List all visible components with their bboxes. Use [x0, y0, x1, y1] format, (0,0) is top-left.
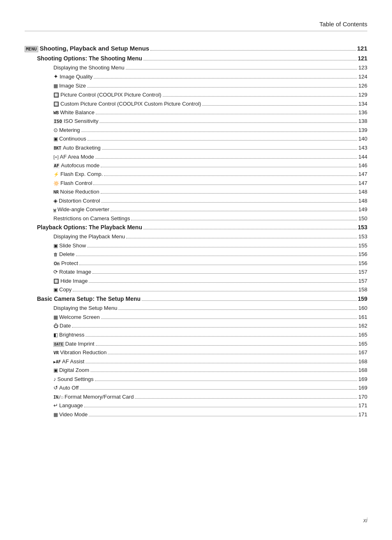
- toc-label: [+]AF Area Mode: [53, 152, 94, 161]
- toc-page: 167: [358, 348, 367, 357]
- toc-label: ▦Welcome Screen: [53, 313, 100, 322]
- toc-page: 156: [358, 259, 367, 268]
- toc-label: Restrictions on Camera Settings: [53, 214, 130, 223]
- toc-dots: [131, 220, 357, 220]
- toc-dots: [80, 389, 357, 390]
- toc-label: ▦Video Mode: [53, 410, 88, 419]
- toc-dots: [202, 105, 357, 106]
- toc-item: VRVibration Reduction 167: [25, 348, 367, 357]
- toc-item: Displaying the Playback Menu 153: [25, 232, 367, 241]
- toc-page: 144: [358, 152, 367, 161]
- page-number: xi: [363, 517, 367, 524]
- toc-item: ISOISO Sensitivity 138: [25, 117, 367, 125]
- toc-item: ⊙Metering 139: [25, 126, 367, 134]
- toc-dots: [96, 345, 357, 346]
- toc-item: wWide-angle Converter 149: [25, 205, 367, 214]
- toc-dots: [92, 273, 357, 274]
- toc-item: ↵Language 171: [25, 401, 367, 410]
- toc-label: OnProtect: [53, 259, 78, 268]
- toc-page: 147: [358, 170, 367, 178]
- toc-label: Displaying the Shooting Menu: [53, 63, 125, 72]
- toc-label: ⏻Date: [53, 321, 71, 330]
- toc-page: 155: [358, 241, 367, 250]
- toc-label: IN/☐Format Memory/Format Card: [53, 392, 134, 401]
- toc-label: ⊙Metering: [53, 126, 80, 134]
- toc-dots: [150, 50, 356, 51]
- toc-label: WBWhite Balance: [53, 108, 95, 117]
- toc-page: 143: [358, 143, 367, 152]
- toc-dots: [101, 318, 357, 319]
- toc-dots: [94, 78, 357, 78]
- toc-dots: [85, 363, 357, 363]
- toc-label: VRVibration Reduction: [53, 348, 106, 357]
- toc-page: 148: [358, 187, 367, 196]
- toc-label: BKTAuto Bracketing: [53, 143, 101, 152]
- toc-item: Restrictions on Camera Settings 150: [25, 214, 367, 223]
- toc-dots: [111, 211, 357, 211]
- toc-dots: [84, 407, 357, 407]
- toc-dots: [104, 175, 357, 176]
- toc-page: 124: [358, 72, 367, 81]
- toc-label: ▦Image Size: [53, 81, 86, 90]
- toc-label: 🔆Flash Control: [53, 179, 92, 187]
- toc-item: Displaying the Setup Menu 160: [25, 304, 367, 312]
- toc-page: 170: [358, 392, 367, 401]
- toc-label: ⚡Flash Exp. Comp.: [53, 170, 103, 178]
- toc-page: 123: [358, 63, 367, 72]
- toc-item: 🔲Custom Picture Control (COOLPIX Custom …: [25, 99, 367, 108]
- toc-dots: [96, 114, 357, 114]
- toc-dots: [95, 381, 357, 381]
- toc-dots: [101, 202, 357, 203]
- toc-dots: [72, 327, 357, 328]
- page-footer: xi: [363, 517, 367, 524]
- toc-item: 🔲Picture Control (COOLPIX Picture Contro…: [25, 90, 367, 99]
- toc-page: 157: [358, 277, 367, 285]
- toc-label: 🔲Picture Control (COOLPIX Picture Contro…: [53, 90, 161, 99]
- toc-label: wWide-angle Converter: [53, 205, 109, 214]
- toc-item: ▣Slide Show 155: [25, 241, 367, 250]
- toc-item: ↺Auto Off 169: [25, 383, 367, 392]
- toc-label: ISOISO Sensitivity: [53, 117, 98, 125]
- toc-page: 168: [358, 366, 367, 374]
- toc-item: [+]AF Area Mode 144: [25, 152, 367, 161]
- toc-dots: [88, 140, 357, 141]
- toc-dots: [99, 122, 357, 123]
- toc-label: Playback Options: The Playback Menu: [37, 223, 142, 232]
- toc-item: Shooting Options: The Shooting Menu 121: [25, 54, 367, 63]
- toc-label: ♪Sound Settings: [53, 375, 94, 383]
- toc-page: 168: [358, 357, 367, 366]
- toc-dots: [101, 167, 357, 167]
- toc-page: 129: [358, 90, 367, 99]
- toc-item: ▦Video Mode 171: [25, 410, 367, 419]
- toc-item: OnProtect 156: [25, 259, 367, 268]
- toc-item: ⏻Date 162: [25, 321, 367, 330]
- toc-dots: [101, 193, 357, 194]
- toc-page: 149: [358, 205, 367, 214]
- toc-label: Basic Camera Setup: The Setup Menu: [37, 294, 141, 304]
- header-title: Table of Contents: [319, 21, 367, 28]
- toc-dots: [76, 256, 357, 256]
- toc-label: Shooting Options: The Shooting Menu: [37, 54, 142, 63]
- toc-page: 162: [358, 321, 367, 330]
- toc-dots: [90, 372, 357, 372]
- toc-item: Displaying the Shooting Menu 123: [25, 63, 367, 72]
- toc-dots: [143, 229, 357, 229]
- toc-label: ▣Slide Show: [53, 241, 86, 250]
- toc-item: ▣Digital Zoom 168: [25, 366, 367, 375]
- page-header: Table of Contents: [25, 21, 367, 31]
- page: Table of Contents MENUShooting, Playback…: [0, 0, 392, 540]
- toc-page: 134: [358, 99, 367, 108]
- toc-item: DATEDate Imprint 165: [25, 339, 367, 348]
- toc-label: ▶AFAF Assist: [53, 357, 84, 366]
- toc-page: 161: [358, 313, 367, 321]
- toc-label: Displaying the Playback Menu: [53, 232, 125, 241]
- toc-dots: [126, 69, 357, 69]
- toc-item: ▦Welcome Screen 161: [25, 313, 367, 322]
- toc-page: 165: [358, 339, 367, 348]
- toc-item: ▶AFAF Assist 168: [25, 357, 367, 366]
- toc-item: ✦Image Quality 124: [25, 72, 367, 81]
- toc-dots: [118, 309, 357, 310]
- toc-page: 121: [358, 54, 367, 63]
- toc-list: MENUShooting, Playback and Setup Menus 1…: [25, 44, 367, 419]
- toc-page: 153: [358, 232, 367, 241]
